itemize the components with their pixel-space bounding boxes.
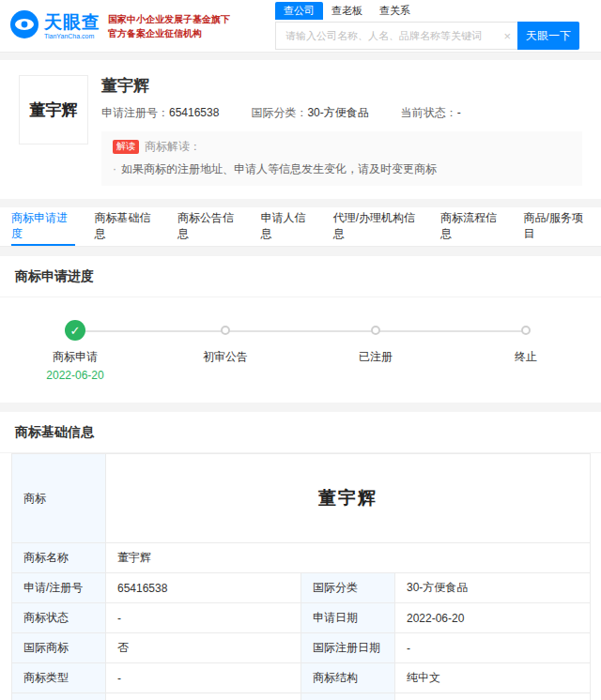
search-area: 查公司 查老板 查关系 × 天眼一下 — [275, 2, 579, 50]
class-value: 30-方便食品 — [307, 106, 368, 119]
tab-base-info[interactable]: 商标基础信息 — [95, 207, 159, 246]
row-value: 纯中文 — [395, 663, 591, 693]
row-label: 商标名称 — [12, 543, 106, 573]
row-label: 商标类型 — [12, 663, 106, 693]
step-date: 2022-06-20 — [46, 369, 103, 382]
search-tabs: 查公司 查老板 查关系 — [275, 2, 579, 20]
table-row: 申请/注册号 65416538 国际分类 30-方便食品 — [12, 573, 591, 603]
search-input[interactable] — [276, 23, 517, 49]
row-label: 国际分类 — [301, 573, 395, 603]
logo-domain: TianYanCha.com — [44, 33, 100, 39]
site-header: 天眼查 TianYanCha.com 国家中小企业发展子基金旗下 官方备案企业征… — [0, 0, 601, 53]
interpret-label: 商标解读： — [145, 139, 201, 155]
section-tabbar: 商标申请进度 商标基础信息 商标公告信息 申请人信息 代理/办理机构信息 商标流… — [0, 207, 601, 247]
row-label: 商标结构 — [301, 663, 395, 693]
row-label: 商标形式 — [12, 693, 106, 700]
tab-applicant-info[interactable]: 申请人信息 — [261, 207, 314, 246]
tab-process-info[interactable]: 商标流程信息 — [440, 207, 504, 246]
search-tab-relation[interactable]: 查关系 — [371, 2, 419, 20]
search-tab-boss[interactable]: 查老板 — [323, 2, 371, 20]
trademark-summary-card: 董宇辉 董宇辉 申请注册号：65416538 国际分类：30-方便食品 当前状态… — [0, 60, 601, 199]
row-value: 董宇辉 — [106, 543, 591, 573]
step-label: 商标申请 — [53, 349, 98, 365]
row-value: 否 — [106, 633, 301, 663]
slogan-line-2: 官方备案企业征信机构 — [108, 26, 230, 40]
reg-no-label: 申请注册号： — [101, 106, 169, 119]
pending-circle-icon — [221, 326, 230, 335]
row-value: - — [106, 663, 301, 693]
row-value: - — [395, 633, 591, 663]
step-label: 终止 — [515, 349, 537, 365]
trademark-image: 董宇辉 — [19, 75, 88, 145]
row-label: 国际注册日期 — [301, 633, 395, 663]
table-row: 国际商标 否 国际注册日期 - — [12, 633, 591, 663]
row-value: - — [395, 693, 591, 700]
page-title: 董宇辉 — [101, 75, 582, 97]
table-row: 商标名称 董宇辉 — [12, 543, 591, 573]
pending-circle-icon — [371, 326, 380, 335]
tab-agency-info[interactable]: 代理/办理机构信息 — [333, 207, 421, 246]
row-label: 商标 — [12, 454, 106, 543]
row-label: 申请/注册号 — [12, 573, 106, 603]
slogan-line-1: 国家中小企业发展子基金旗下 — [108, 12, 230, 26]
progress-step-terminated: 终止 — [451, 320, 601, 382]
pending-circle-icon — [521, 326, 531, 335]
interpret-tag: 解读 — [113, 140, 139, 154]
search-input-wrap: × — [275, 22, 517, 50]
table-row: 商标状态 - 申请日期 2022-06-20 — [12, 603, 591, 633]
progress-step-preliminary: 初审公告 — [150, 320, 300, 382]
step-label: 初审公告 — [203, 349, 248, 365]
row-value: 2022-06-20 — [395, 603, 591, 633]
base-info-section: 商标基础信息 商标 董宇辉 商标名称 董宇辉 申请/注册号 65416538 国… — [0, 412, 601, 700]
table-row: 商标 董宇辉 — [12, 454, 591, 543]
summary-meta: 申请注册号：65416538 国际分类：30-方便食品 当前状态：- — [101, 105, 582, 121]
page: 天眼查 TianYanCha.com 国家中小企业发展子基金旗下 官方备案企业征… — [0, 0, 601, 700]
progress-section: 商标申请进度 ✓ 商标申请 2022-06-20 初审公告 已注册 — [0, 256, 601, 403]
class-label: 国际分类： — [251, 106, 307, 119]
step-label: 已注册 — [359, 349, 393, 365]
tianyancha-logo[interactable]: 天眼查 TianYanCha.com — [9, 9, 100, 42]
progress-step-registered: 已注册 — [300, 320, 451, 382]
tab-goods-services[interactable]: 商品/服务项目 — [523, 207, 590, 246]
reg-no-value: 65416538 — [169, 106, 219, 119]
row-label: 国际商标 — [12, 633, 106, 663]
table-row: 商标形式 - 优先权日期? - — [12, 693, 591, 700]
search-tab-company[interactable]: 查公司 — [275, 2, 323, 20]
clear-icon[interactable]: × — [503, 30, 511, 42]
progress-section-title: 商标申请进度 — [0, 256, 601, 297]
row-value: - — [106, 603, 301, 633]
tab-trademark-progress[interactable]: 商标申请进度 — [11, 207, 75, 246]
search-button[interactable]: 天眼一下 — [517, 22, 579, 50]
progress-steps: ✓ 商标申请 2022-06-20 初审公告 已注册 — [0, 297, 601, 403]
status-value: - — [457, 106, 461, 119]
trademark-image: 董宇辉 — [318, 488, 378, 508]
interpret-tip: 如果商标的注册地址、申请人等信息发生变化，请及时变更商标 — [121, 162, 437, 175]
logo-name: 天眼查 — [44, 13, 100, 31]
check-icon: ✓ — [65, 320, 85, 341]
row-value: - — [106, 693, 301, 700]
row-label: 商标状态 — [12, 603, 106, 633]
bullet: · — [113, 162, 116, 175]
row-value: 65416538 — [106, 573, 301, 603]
base-info-table: 商标 董宇辉 商标名称 董宇辉 申请/注册号 65416538 国际分类 30-… — [11, 453, 591, 700]
row-value: 30-方便食品 — [395, 573, 591, 603]
progress-step-apply: ✓ 商标申请 2022-06-20 — [0, 320, 150, 382]
base-info-section-title: 商标基础信息 — [0, 412, 601, 453]
row-label: 申请日期 — [301, 603, 395, 633]
trademark-interpret-box: 解读 商标解读： ·如果商标的注册地址、申请人等信息发生变化，请及时变更商标 — [101, 131, 582, 186]
official-slogan: 国家中小企业发展子基金旗下 官方备案企业征信机构 — [108, 12, 230, 40]
tianyancha-eye-icon — [9, 9, 39, 42]
table-row: 商标类型 - 商标结构 纯中文 — [12, 663, 591, 693]
status-label: 当前状态： — [401, 106, 457, 119]
tab-announcement-info[interactable]: 商标公告信息 — [177, 207, 241, 246]
